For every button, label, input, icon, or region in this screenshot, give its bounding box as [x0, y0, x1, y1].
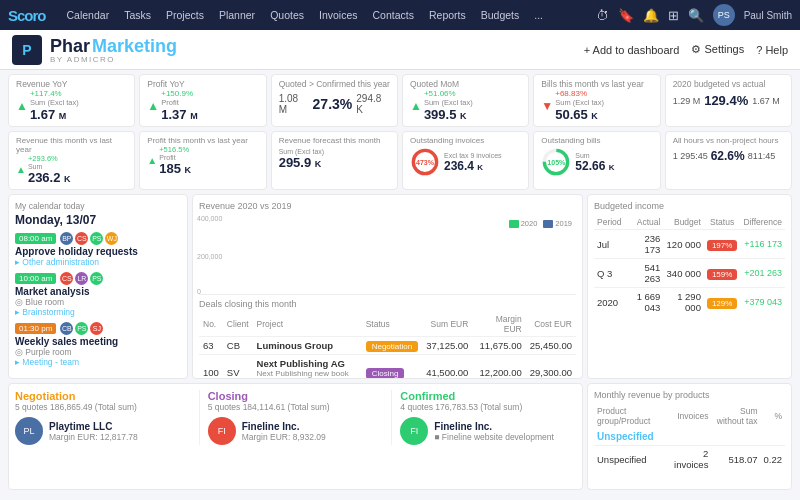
col-status: Status [362, 312, 422, 337]
nav-item-quotes[interactable]: Quotes [263, 6, 311, 24]
calendar-event-3: 01:30 pm CB PS SJ Weekly sales meeting ◎… [15, 322, 181, 367]
calendar-event-2: 10:00 am CS LR PS Market analysis ◎ Blue… [15, 272, 181, 317]
nav-item-budgets[interactable]: Budgets [474, 6, 527, 24]
bell-icon[interactable]: 🔔 [643, 8, 659, 23]
metrics-row-2: Revenue this month vs last year ▲ +293.6… [0, 131, 800, 194]
deals-title: Deals closing this month [199, 299, 576, 309]
page-header: P Phar Marketing BY ADMICRO + Add to das… [0, 30, 800, 70]
bottom-section: Negotiation 5 quotes 186,865.49 (Total s… [0, 379, 800, 494]
down-arrow-icon: ▼ [541, 99, 553, 113]
brand-text: Phar Marketing BY ADMICRO [50, 36, 177, 64]
metric-sub: Sum (Excl tax) [30, 98, 79, 107]
event-time-badge: 01:30 pm [15, 323, 56, 334]
metric-label: Profit YoY [147, 79, 258, 89]
nav-item-planner[interactable]: Planner [212, 6, 262, 24]
col-project: Project [253, 312, 362, 337]
grid-icon[interactable]: ⊞ [668, 8, 679, 23]
metric-pct: 129.4% [704, 93, 748, 108]
main-content: My calendar today Monday, 13/07 08:00 am… [0, 194, 800, 379]
metric-budgeted-actual: 2020 budgeted vs actual 1.29 M 129.4% 1.… [665, 74, 792, 127]
chart-deals-panel: Revenue 2020 vs 2019 400,000 200,000 0 2 [192, 194, 583, 379]
bookmark-icon[interactable]: 🔖 [618, 8, 634, 23]
up-arrow-icon: ▲ [16, 99, 28, 113]
event-time-badge: 08:00 am [15, 233, 56, 244]
metric-rev-month: Revenue this month vs last year ▲ +293.6… [8, 131, 135, 190]
revenue-products-table: Product group/Product Invoices Sum witho… [594, 404, 785, 472]
metric-value: 1.67 M [30, 107, 79, 122]
metric-sub: Sum (Excl tax) [555, 98, 604, 107]
avatar: PS [713, 4, 735, 26]
add-dashboard-btn[interactable]: + Add to dashboard [584, 44, 680, 56]
timer-icon[interactable]: ⏱ [596, 8, 609, 23]
col-margin: Margin EUR [472, 312, 525, 337]
settings-btn[interactable]: ⚙ Settings [691, 43, 744, 56]
nav-item-calendar[interactable]: Calendar [60, 6, 117, 24]
metric-value: 50.65 K [555, 107, 604, 122]
kanban-panel: Negotiation 5 quotes 186,865.49 (Total s… [8, 383, 583, 490]
monthly-revenue-title: Monthly revenue by products [594, 390, 785, 400]
col-no: No. [199, 312, 223, 337]
deals-table: No. Client Project Status Sum EUR Margin… [199, 312, 576, 379]
nav-item-projects[interactable]: Projects [159, 6, 211, 24]
budget-table: Period Actual Budget Status Difference J… [594, 215, 785, 316]
nav-user-name: Paul Smith [744, 10, 792, 21]
budget-row-jul: Jul 236 173 120 000 197% +116 173 [594, 230, 785, 259]
top-nav: Scoro Calendar Tasks Projects Planner Qu… [0, 0, 800, 30]
metric-outstanding-invoices: Outstanding invoices 473% Excl tax 9 inv… [402, 131, 529, 190]
metric-sub: Profit [161, 98, 197, 107]
status-badge: Negotiation [366, 341, 418, 352]
metric-change: +150.9% [161, 89, 197, 98]
metric-right: 294.8 K [356, 93, 390, 115]
metric-label: Quoted > Confirmed this year [279, 79, 390, 89]
metric-change: +68.83% [555, 89, 604, 98]
metric-label: Revenue YoY [16, 79, 127, 89]
kanban-col-closing: Closing 5 quotes 184,114.61 (Total sum) … [200, 390, 393, 445]
nav-items: Calendar Tasks Projects Planner Quotes I… [60, 6, 596, 24]
search-icon[interactable]: 🔍 [688, 8, 704, 23]
nav-item-reports[interactable]: Reports [422, 6, 473, 24]
revenue-product-row: Unspecified 2 invoices 518.07 0.22 [594, 446, 785, 473]
col-client: Client [223, 312, 253, 337]
metric-profit-month: Profit this month vs last year ▲ +516.5%… [139, 131, 266, 190]
deals-section: Deals closing this month No. Client Proj… [199, 299, 576, 379]
metric-profit-yoy: Profit YoY ▲ +150.9% Profit 1.37 M [139, 74, 266, 127]
help-btn[interactable]: ? Help [756, 44, 788, 56]
col-cost: Cost EUR [526, 312, 576, 337]
budgeted-income-title: Budgeted income [594, 201, 785, 211]
nav-item-tasks[interactable]: Tasks [117, 6, 158, 24]
metric-value: 1.37 M [161, 107, 197, 122]
calendar-date: Monday, 13/07 [15, 213, 181, 227]
nav-item-contacts[interactable]: Contacts [366, 6, 421, 24]
event-time-badge: 10:00 am [15, 273, 56, 284]
chart-title: Revenue 2020 vs 2019 [199, 201, 576, 211]
donut-label: 473% [416, 159, 434, 166]
metric-change: +117.4% [30, 89, 79, 98]
up-arrow-icon: ▲ [147, 99, 159, 113]
metric-label: Bills this month vs last year [541, 79, 652, 89]
table-row: 100 SV Next Publishing AG Next Publishin… [199, 355, 576, 380]
status-badge: Closing [366, 368, 405, 379]
monthly-revenue-panel: Monthly revenue by products Product grou… [587, 383, 792, 490]
metric-pct: 27.3% [313, 96, 353, 112]
nav-item-more[interactable]: ... [527, 6, 550, 24]
metric-label: Quoted MoM [410, 79, 521, 89]
calendar-section-label: My calendar today [15, 201, 181, 211]
metric-left: 1.29 M [673, 96, 701, 106]
metric-left: 1.08 M [279, 93, 309, 115]
nav-item-invoices[interactable]: Invoices [312, 6, 365, 24]
metric-rev-forecast: Revenue forecast this month Sum (Excl ta… [271, 131, 398, 190]
metric-quoted-confirmed: Quoted > Confirmed this year 1.08 M 27.3… [271, 74, 398, 127]
kanban-col-negotiation: Negotiation 5 quotes 186,865.49 (Total s… [15, 390, 200, 445]
metric-bills: Bills this month vs last year ▼ +68.83% … [533, 74, 660, 127]
metric-revenue-yoy: Revenue YoY ▲ +117.4% Sum (Excl tax) 1.6… [8, 74, 135, 127]
metric-right: 1.67 M [752, 96, 780, 106]
header-actions: + Add to dashboard ⚙ Settings ? Help [584, 43, 788, 56]
metrics-row-1: Revenue YoY ▲ +117.4% Sum (Excl tax) 1.6… [0, 70, 800, 131]
calendar-event-1: 08:00 am BP CS PS WJ Approve holiday req… [15, 232, 181, 267]
metric-value: 399.5 K [424, 107, 473, 122]
budget-row-q3: Q 3 541 263 340 000 159% +201 263 [594, 259, 785, 288]
kanban-col-confirmed: Confirmed 4 quotes 176,783.53 (Total sum… [392, 390, 576, 445]
metric-sub: Sum (Excl tax) [424, 98, 473, 107]
metric-change: +51.06% [424, 89, 473, 98]
metric-quoted-mom: Quoted MoM ▲ +51.06% Sum (Excl tax) 399.… [402, 74, 529, 127]
